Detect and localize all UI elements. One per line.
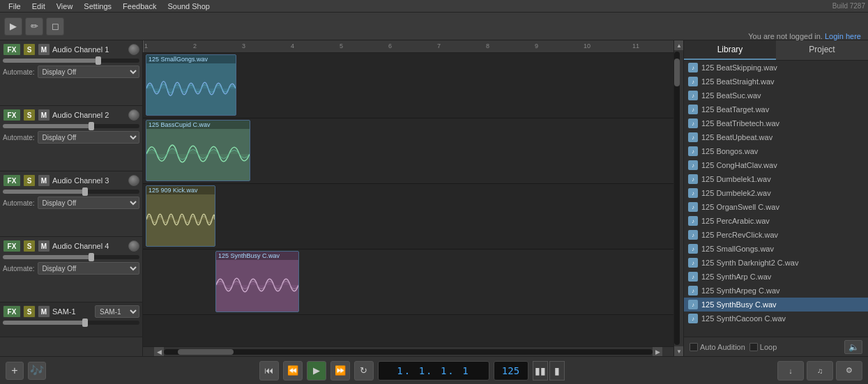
h-scrollbar-track[interactable]: [164, 349, 653, 355]
sam-preset-select[interactable]: SAM-1: [95, 305, 139, 318]
automate-select-2[interactable]: Display Off Volume Pan: [38, 131, 139, 144]
library-item[interactable]: ♪125 SynthCacoon C.wav: [684, 312, 868, 325]
library-item[interactable]: ♪125 PercRevClick.wav: [684, 228, 868, 242]
fx-button-4[interactable]: FX: [3, 240, 21, 252]
pan-knob-4[interactable]: [128, 240, 139, 252]
fader-3[interactable]: [3, 190, 139, 194]
fader-4[interactable]: [3, 255, 139, 259]
pan-knob-1[interactable]: [128, 44, 139, 55]
library-item[interactable]: ♪125 SynthBusy C.wav: [684, 298, 868, 312]
mute-button-4[interactable]: M: [38, 240, 50, 252]
library-tabs: Library Project: [684, 40, 868, 61]
solo-button-1[interactable]: S: [23, 43, 36, 56]
solo-button-sam[interactable]: S: [23, 305, 36, 318]
library-item[interactable]: ♪125 SynthArp C.wav: [684, 270, 868, 284]
menu-soundshop[interactable]: Sound Shop: [162, 0, 215, 12]
library-item[interactable]: ♪125 BeatSuc.wav: [684, 89, 868, 102]
library-item[interactable]: ♪125 Synth Darknight2 C.wav: [684, 256, 868, 270]
back-button[interactable]: ⏪: [283, 361, 303, 381]
fader-sam[interactable]: [3, 321, 139, 325]
menu-view[interactable]: View: [51, 0, 79, 12]
mute-button-1[interactable]: M: [38, 43, 50, 56]
h-scroll-right[interactable]: ▶: [653, 347, 662, 357]
fx-button-sam[interactable]: FX: [3, 305, 21, 318]
forward-button[interactable]: ⏩: [330, 361, 350, 381]
menu-file[interactable]: File: [3, 0, 26, 12]
midi-button[interactable]: ♫: [807, 361, 833, 381]
automate-label-2: Automate:: [3, 134, 35, 141]
add-track-button[interactable]: +: [6, 362, 24, 380]
tab-library[interactable]: Library: [684, 40, 776, 60]
library-item-label: 125 Bongos.wav: [701, 147, 758, 155]
add-audio-button[interactable]: 🎶: [28, 362, 46, 380]
audio-clip-3[interactable]: 125 909 Kick.wav: [146, 185, 215, 247]
mute-button-sam[interactable]: M: [38, 305, 50, 318]
play-button[interactable]: ▶: [307, 361, 326, 381]
library-item[interactable]: ♪125 SmallGongs.wav: [684, 242, 868, 256]
h-scroll-left[interactable]: ◀: [154, 347, 164, 357]
fx-button-1[interactable]: FX: [3, 43, 21, 56]
library-item[interactable]: ♪125 Dumbelek1.wav: [684, 172, 868, 186]
menu-settings[interactable]: Settings: [78, 0, 117, 12]
library-item-label: 125 CongHatClav.wav: [701, 161, 777, 169]
automate-select-3[interactable]: Display Off Volume Pan: [38, 197, 139, 209]
v-scroll-up[interactable]: ▲: [674, 40, 683, 50]
loop-checkbox[interactable]: [749, 343, 758, 351]
solo-button-3[interactable]: S: [23, 174, 36, 187]
v-scroll-track[interactable]: [674, 52, 680, 345]
mute-button-3[interactable]: M: [38, 174, 50, 187]
pan-knob-3[interactable]: [128, 175, 139, 186]
library-list[interactable]: ♪125 BeatSkipping.wav♪125 BeatStraight.w…: [684, 61, 868, 337]
automate-select-4[interactable]: Display Off Volume Pan: [38, 262, 139, 275]
time-sig-display[interactable]: ▮▮: [533, 361, 548, 381]
loop-button[interactable]: ↻: [354, 361, 374, 381]
fader-2[interactable]: [3, 124, 139, 128]
download-button[interactable]: ↓: [777, 361, 804, 381]
rewind-button[interactable]: ⏮: [259, 361, 279, 381]
loop-toggle[interactable]: Loop: [749, 343, 777, 351]
library-item[interactable]: ♪125 BeatTribetech.wav: [684, 116, 868, 130]
library-item[interactable]: ♪125 BeatUpbeat.wav: [684, 130, 868, 144]
audio-file-icon: ♪: [688, 286, 698, 295]
library-item[interactable]: ♪125 CongHatClav.wav: [684, 158, 868, 172]
library-item[interactable]: ♪125 BeatSkipping.wav: [684, 61, 868, 75]
library-item[interactable]: ♪125 BeatTarget.wav: [684, 102, 868, 116]
pencil-tool[interactable]: ✏: [25, 17, 43, 36]
auto-audition-toggle[interactable]: Auto Audition: [690, 343, 745, 351]
pan-knob-2[interactable]: [128, 109, 139, 121]
settings-button[interactable]: ⚙: [836, 361, 862, 381]
position-display: 1. 1. 1. 1: [378, 361, 489, 381]
solo-button-4[interactable]: S: [23, 240, 36, 252]
audio-clip-2[interactable]: 125 BassCupid C.wav: [146, 120, 250, 181]
library-item[interactable]: ♪125 OrganSwell C.wav: [684, 200, 868, 214]
v-scroll-thumb[interactable]: [674, 59, 680, 86]
select-tool[interactable]: ◻: [46, 17, 64, 36]
library-item[interactable]: ♪125 Dumbelek2.wav: [684, 186, 868, 200]
fader-1[interactable]: [3, 59, 139, 63]
library-item[interactable]: ♪125 PercArabic.wav: [684, 214, 868, 228]
fx-button-3[interactable]: FX: [3, 174, 21, 187]
fx-button-2[interactable]: FX: [3, 109, 21, 121]
auto-audition-checkbox[interactable]: [690, 343, 698, 351]
login-link[interactable]: Login here: [825, 32, 861, 40]
audio-clip-4[interactable]: 125 SynthBusy C.wav: [215, 251, 299, 312]
automate-label-1: Automate:: [3, 68, 35, 76]
h-scrollbar-thumb[interactable]: [178, 349, 234, 355]
library-item-label: 125 BeatUpbeat.wav: [701, 133, 772, 141]
v-scroll-down[interactable]: ▼: [674, 346, 683, 356]
cursor-tool[interactable]: ▶: [4, 17, 22, 36]
menu-edit[interactable]: Edit: [26, 0, 51, 12]
audio-file-icon: ♪: [688, 91, 698, 100]
time-sig-metronome[interactable]: ▮: [549, 361, 565, 381]
solo-button-2[interactable]: S: [23, 109, 36, 121]
speaker-button[interactable]: 🔈: [844, 340, 862, 354]
library-item[interactable]: ♪125 BeatStraight.wav: [684, 75, 868, 89]
mute-button-2[interactable]: M: [38, 109, 50, 121]
menu-feedback[interactable]: Feedback: [117, 0, 162, 12]
automate-select-1[interactable]: Display Off Volume Pan: [38, 66, 139, 78]
library-item[interactable]: ♪125 Bongos.wav: [684, 144, 868, 158]
audio-clip-1[interactable]: 125 SmallGongs.wav: [146, 54, 236, 116]
library-item[interactable]: ♪125 SynthArpeg C.wav: [684, 284, 868, 298]
tab-project[interactable]: Project: [776, 40, 868, 60]
track-name-2: Audio Channel 2: [52, 111, 126, 119]
